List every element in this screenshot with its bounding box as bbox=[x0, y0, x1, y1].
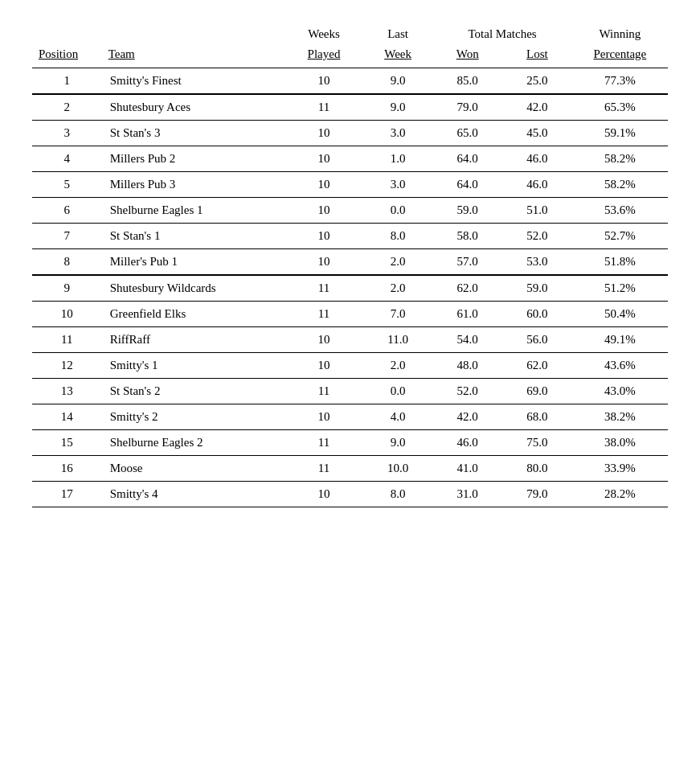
pct-cell: 43.0% bbox=[572, 379, 668, 404]
won-cell: 48.0 bbox=[432, 353, 502, 379]
position-cell: 17 bbox=[32, 482, 102, 507]
table-row: 17Smitty's 4108.031.079.028.2% bbox=[32, 482, 668, 507]
header-last: Last bbox=[363, 24, 433, 44]
last-week-cell: 4.0 bbox=[363, 404, 433, 430]
last-week-cell: 2.0 bbox=[363, 353, 433, 379]
standings-table: Weeks Last Total Matches Winning Positio… bbox=[32, 24, 668, 507]
header-position-blank bbox=[32, 24, 102, 44]
lost-cell: 80.0 bbox=[502, 456, 572, 482]
header-row-2: Position Team Played Week Won Lost Perce… bbox=[32, 44, 668, 68]
header-winning: Winning bbox=[572, 24, 668, 44]
played-cell: 10 bbox=[285, 146, 363, 172]
table-row: 6Shelburne Eagles 1100.059.051.053.6% bbox=[32, 198, 668, 224]
won-cell: 52.0 bbox=[432, 379, 502, 404]
won-cell: 79.0 bbox=[432, 94, 502, 121]
last-week-cell: 10.0 bbox=[363, 456, 433, 482]
played-cell: 10 bbox=[285, 404, 363, 430]
last-week-cell: 1.0 bbox=[363, 146, 433, 172]
pct-cell: 58.2% bbox=[572, 146, 668, 172]
pct-cell: 43.6% bbox=[572, 353, 668, 379]
played-cell: 11 bbox=[285, 430, 363, 456]
won-cell: 62.0 bbox=[432, 275, 502, 302]
team-cell: Smitty's Finest bbox=[102, 68, 285, 95]
won-cell: 64.0 bbox=[432, 172, 502, 198]
lost-cell: 75.0 bbox=[502, 430, 572, 456]
lost-cell: 62.0 bbox=[502, 353, 572, 379]
played-cell: 10 bbox=[285, 172, 363, 198]
position-cell: 5 bbox=[32, 172, 102, 198]
pct-cell: 33.9% bbox=[572, 456, 668, 482]
header-week-label: Week bbox=[363, 44, 433, 68]
pct-cell: 77.3% bbox=[572, 68, 668, 95]
table-row: 15Shelburne Eagles 2119.046.075.038.0% bbox=[32, 430, 668, 456]
won-cell: 41.0 bbox=[432, 456, 502, 482]
lost-cell: 46.0 bbox=[502, 172, 572, 198]
played-cell: 10 bbox=[285, 482, 363, 507]
won-cell: 65.0 bbox=[432, 121, 502, 146]
position-cell: 6 bbox=[32, 198, 102, 224]
position-cell: 12 bbox=[32, 353, 102, 379]
team-cell: Shutesbury Wildcards bbox=[102, 275, 285, 302]
position-cell: 1 bbox=[32, 68, 102, 95]
header-team-blank bbox=[102, 24, 285, 44]
played-cell: 10 bbox=[285, 249, 363, 276]
table-row: 16Moose1110.041.080.033.9% bbox=[32, 456, 668, 482]
lost-cell: 79.0 bbox=[502, 482, 572, 507]
header-won-label: Won bbox=[432, 44, 502, 68]
last-week-cell: 2.0 bbox=[363, 249, 433, 276]
team-cell: Smitty's 4 bbox=[102, 482, 285, 507]
header-position-label: Position bbox=[32, 44, 102, 68]
pct-cell: 58.2% bbox=[572, 172, 668, 198]
team-cell: Greenfield Elks bbox=[102, 302, 285, 327]
lost-cell: 69.0 bbox=[502, 379, 572, 404]
played-cell: 10 bbox=[285, 198, 363, 224]
won-cell: 57.0 bbox=[432, 249, 502, 276]
position-cell: 2 bbox=[32, 94, 102, 121]
played-cell: 10 bbox=[285, 68, 363, 95]
team-cell: Moose bbox=[102, 456, 285, 482]
table-row: 13St Stan's 2110.052.069.043.0% bbox=[32, 379, 668, 404]
won-cell: 61.0 bbox=[432, 302, 502, 327]
position-cell: 3 bbox=[32, 121, 102, 146]
played-cell: 11 bbox=[285, 379, 363, 404]
table-row: 5Millers Pub 3103.064.046.058.2% bbox=[32, 172, 668, 198]
last-week-cell: 8.0 bbox=[363, 224, 433, 249]
table-row: 4Millers Pub 2101.064.046.058.2% bbox=[32, 146, 668, 172]
pct-cell: 49.1% bbox=[572, 327, 668, 353]
pct-cell: 38.2% bbox=[572, 404, 668, 430]
last-week-cell: 0.0 bbox=[363, 198, 433, 224]
lost-cell: 42.0 bbox=[502, 94, 572, 121]
won-cell: 42.0 bbox=[432, 404, 502, 430]
lost-cell: 60.0 bbox=[502, 302, 572, 327]
table-row: 1Smitty's Finest109.085.025.077.3% bbox=[32, 68, 668, 95]
position-cell: 11 bbox=[32, 327, 102, 353]
team-cell: RiffRaff bbox=[102, 327, 285, 353]
last-week-cell: 9.0 bbox=[363, 94, 433, 121]
table-row: 8Miller's Pub 1102.057.053.051.8% bbox=[32, 249, 668, 276]
played-cell: 10 bbox=[285, 327, 363, 353]
last-week-cell: 9.0 bbox=[363, 68, 433, 95]
lost-cell: 59.0 bbox=[502, 275, 572, 302]
header-row-1: Weeks Last Total Matches Winning bbox=[32, 24, 668, 44]
last-week-cell: 3.0 bbox=[363, 172, 433, 198]
last-week-cell: 3.0 bbox=[363, 121, 433, 146]
last-week-cell: 9.0 bbox=[363, 430, 433, 456]
standings-table-container: Weeks Last Total Matches Winning Positio… bbox=[16, 16, 684, 515]
won-cell: 64.0 bbox=[432, 146, 502, 172]
pct-cell: 38.0% bbox=[572, 430, 668, 456]
lost-cell: 25.0 bbox=[502, 68, 572, 95]
lost-cell: 68.0 bbox=[502, 404, 572, 430]
pct-cell: 59.1% bbox=[572, 121, 668, 146]
position-cell: 8 bbox=[32, 249, 102, 276]
position-cell: 15 bbox=[32, 430, 102, 456]
pct-cell: 51.2% bbox=[572, 275, 668, 302]
header-played-label: Played bbox=[285, 44, 363, 68]
lost-cell: 46.0 bbox=[502, 146, 572, 172]
table-row: 12Smitty's 1102.048.062.043.6% bbox=[32, 353, 668, 379]
played-cell: 11 bbox=[285, 94, 363, 121]
last-week-cell: 0.0 bbox=[363, 379, 433, 404]
pct-cell: 50.4% bbox=[572, 302, 668, 327]
last-week-cell: 11.0 bbox=[363, 327, 433, 353]
lost-cell: 45.0 bbox=[502, 121, 572, 146]
pct-cell: 51.8% bbox=[572, 249, 668, 276]
